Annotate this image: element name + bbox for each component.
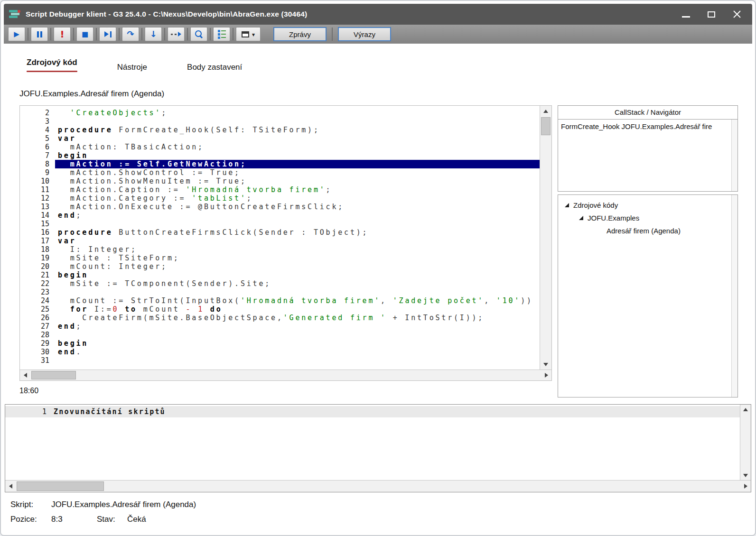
messages-panel-button[interactable]: Zprávy bbox=[273, 27, 327, 41]
line-number[interactable]: 8 bbox=[20, 160, 49, 168]
code-line[interactable]: var bbox=[55, 237, 540, 245]
scroll-up-button[interactable] bbox=[740, 405, 751, 414]
line-number[interactable]: 22 bbox=[20, 279, 49, 288]
code-line[interactable]: mAction.Category := 'tabList'; bbox=[55, 194, 540, 203]
scroll-right-button[interactable] bbox=[541, 370, 551, 380]
line-number[interactable]: 6 bbox=[20, 143, 49, 151]
line-number[interactable]: 17 bbox=[20, 237, 49, 245]
code-line[interactable]: CreateFirm(mSite.BaseObjectSpace,'Genera… bbox=[55, 314, 540, 322]
run-button[interactable]: ▶ bbox=[8, 27, 25, 41]
expanded-triangle-icon[interactable] bbox=[579, 216, 583, 220]
line-number[interactable]: 20 bbox=[20, 262, 49, 271]
tree-item[interactable]: Zdrojové kódy bbox=[558, 199, 731, 212]
code-line[interactable] bbox=[55, 220, 540, 228]
call-hierarchy-button[interactable] bbox=[213, 27, 230, 41]
line-number[interactable]: 23 bbox=[20, 288, 49, 296]
line-number[interactable]: 7 bbox=[20, 151, 49, 160]
code-line[interactable]: begin bbox=[55, 271, 540, 279]
minimize-button[interactable] bbox=[680, 9, 691, 20]
code-line[interactable]: begin bbox=[55, 339, 540, 348]
line-number[interactable]: 21 bbox=[20, 271, 49, 279]
callstack-scrollbar[interactable] bbox=[731, 120, 737, 191]
scroll-left-button[interactable] bbox=[20, 370, 30, 380]
code-line[interactable]: 'CreateObjects'; bbox=[55, 109, 540, 117]
line-number[interactable]: 26 bbox=[20, 314, 49, 322]
callstack-list[interactable]: FormCreate_Hook JOFU.Examples.Adresář fi… bbox=[558, 120, 731, 191]
code-line[interactable]: mAction.ShowControl := True; bbox=[55, 168, 540, 177]
tab-tools[interactable]: Nástroje bbox=[117, 63, 147, 72]
code-line[interactable]: mSite : TSiteForm; bbox=[55, 254, 540, 262]
line-number[interactable]: 15 bbox=[20, 220, 49, 228]
scroll-left-button[interactable] bbox=[5, 481, 16, 492]
message-rows[interactable]: 1Znovunačítání skriptů bbox=[5, 405, 740, 480]
code-line[interactable]: mAction.ShowMenuItem := True; bbox=[55, 177, 540, 185]
maximize-button[interactable] bbox=[706, 9, 717, 20]
inspect-button[interactable] bbox=[190, 27, 207, 41]
expressions-panel-button[interactable]: Výrazy bbox=[338, 27, 391, 41]
line-number[interactable]: 5 bbox=[20, 134, 49, 143]
code-line[interactable]: procedure ButtonCreateFirmsClick(Sender … bbox=[55, 228, 540, 237]
messages-horizontal-scrollbar[interactable] bbox=[5, 480, 751, 492]
code-line[interactable]: mCount: Integer; bbox=[55, 262, 540, 271]
line-number[interactable]: 19 bbox=[20, 254, 49, 262]
line-number[interactable]: 12 bbox=[20, 194, 49, 203]
line-number[interactable]: 10 bbox=[20, 177, 49, 185]
code-line[interactable]: mSite := TComponent(Sender).Site; bbox=[55, 279, 540, 288]
tab-source-code[interactable]: Zdrojový kód bbox=[27, 58, 77, 72]
editor-vertical-scrollbar[interactable] bbox=[540, 106, 551, 370]
line-number[interactable]: 29 bbox=[20, 339, 49, 348]
line-number[interactable]: 28 bbox=[20, 331, 49, 339]
stop-button[interactable]: ■ bbox=[76, 27, 93, 41]
line-number[interactable]: 25 bbox=[20, 305, 49, 314]
line-number[interactable]: 11 bbox=[20, 185, 49, 194]
scrollbar-track[interactable] bbox=[16, 481, 740, 492]
message-row[interactable]: 1Znovunačítání skriptů bbox=[5, 406, 740, 417]
tab-breakpoints[interactable]: Body zastavení bbox=[187, 63, 242, 72]
line-number[interactable]: 31 bbox=[20, 356, 49, 365]
view-selector-button[interactable] bbox=[236, 27, 261, 41]
source-tree[interactable]: Zdrojové kódyJOFU.ExamplesAdresář firem … bbox=[558, 195, 731, 397]
code-line[interactable]: for I:=0 to mCount - 1 do bbox=[55, 305, 540, 314]
code-line[interactable]: mAction: TBasicAction; bbox=[55, 143, 540, 151]
line-gutter[interactable]: 2345678910111213141516171819202122232425… bbox=[20, 106, 55, 370]
line-number[interactable]: 14 bbox=[20, 211, 49, 220]
code-line[interactable] bbox=[55, 356, 540, 365]
tree-item[interactable]: Adresář firem (Agenda) bbox=[558, 224, 731, 237]
scrollbar-track[interactable] bbox=[30, 370, 541, 380]
current-line[interactable]: mAction := Self.GetNewAction; bbox=[55, 160, 540, 168]
scrollbar-thumb[interactable] bbox=[31, 371, 76, 379]
code-line[interactable] bbox=[55, 117, 540, 126]
step-next-button[interactable] bbox=[99, 27, 116, 41]
line-number[interactable]: 2 bbox=[20, 109, 49, 117]
line-number[interactable]: 27 bbox=[20, 322, 49, 331]
scroll-down-button[interactable] bbox=[540, 359, 551, 370]
line-number[interactable]: 30 bbox=[20, 348, 49, 356]
code-line[interactable]: end; bbox=[55, 322, 540, 331]
line-number[interactable]: 4 bbox=[20, 126, 49, 134]
line-number[interactable]: 16 bbox=[20, 228, 49, 237]
code-line[interactable]: mCount := StrToInt(InputBox('Hromadná tv… bbox=[55, 296, 540, 305]
messages-vertical-scrollbar[interactable] bbox=[740, 405, 751, 480]
editor-horizontal-scrollbar[interactable] bbox=[20, 370, 551, 380]
code-editor[interactable]: 2345678910111213141516171819202122232425… bbox=[19, 105, 552, 381]
run-to-cursor-button[interactable] bbox=[168, 27, 185, 41]
step-over-button[interactable]: ↷ bbox=[122, 27, 139, 41]
code-line[interactable]: mAction.OnExecute := @ButtonCreateFirmsC… bbox=[55, 203, 540, 211]
line-number[interactable]: 24 bbox=[20, 296, 49, 305]
code-line[interactable]: I: Integer; bbox=[55, 245, 540, 254]
line-number[interactable]: 13 bbox=[20, 203, 49, 211]
step-into-button[interactable]: ↓ bbox=[145, 27, 162, 41]
scrollbar-track[interactable] bbox=[740, 414, 751, 471]
close-button[interactable] bbox=[731, 9, 743, 20]
line-number[interactable]: 9 bbox=[20, 168, 49, 177]
code-line[interactable]: end. bbox=[55, 348, 540, 356]
callstack-entry[interactable]: FormCreate_Hook JOFU.Examples.Adresář fi… bbox=[561, 121, 731, 133]
code-area[interactable]: 'CreateObjects'; procedure FormCreate_Ho… bbox=[55, 106, 540, 370]
scrollbar-track[interactable] bbox=[540, 116, 551, 359]
line-number[interactable]: 3 bbox=[20, 117, 49, 126]
scrollbar-thumb[interactable] bbox=[17, 481, 104, 491]
code-line[interactable] bbox=[55, 331, 540, 339]
code-line[interactable]: begin bbox=[55, 151, 540, 160]
code-line[interactable] bbox=[55, 288, 540, 296]
pause-button[interactable] bbox=[31, 27, 48, 41]
